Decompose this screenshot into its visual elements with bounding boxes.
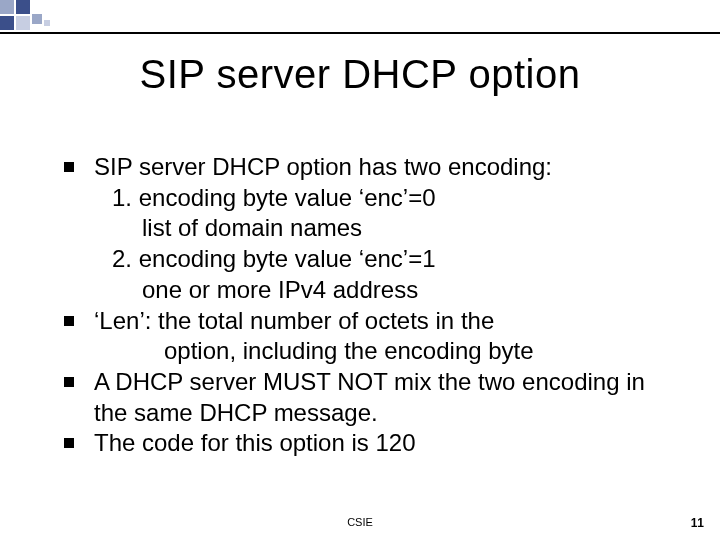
top-rule	[0, 32, 720, 34]
bullet-text: A DHCP server MUST NOT mix the two encod…	[94, 367, 664, 428]
footer-text: CSIE	[0, 516, 720, 528]
svg-rect-0	[0, 0, 14, 14]
bullet-item: A DHCP server MUST NOT mix the two encod…	[64, 367, 664, 428]
sub-line: 1. encoding byte value ‘enc’=0	[64, 183, 664, 214]
svg-rect-1	[16, 0, 30, 14]
bullet-item: The code for this option is 120	[64, 428, 664, 459]
svg-rect-4	[32, 14, 42, 24]
svg-rect-2	[0, 16, 14, 30]
bullet-text: ‘Len’: the total number of octets in the	[94, 306, 664, 337]
square-bullet-icon	[64, 306, 94, 326]
slide-title: SIP server DHCP option	[0, 52, 720, 97]
bullet-item: SIP server DHCP option has two encoding:	[64, 152, 664, 183]
sub-line: option, including the encoding byte	[64, 336, 664, 367]
svg-rect-3	[16, 16, 30, 30]
sub-text: 2. encoding byte value ‘enc’=1	[94, 244, 664, 275]
sub-text: list of domain names	[94, 213, 664, 244]
square-bullet-icon	[64, 367, 94, 387]
sub-text: 1. encoding byte value ‘enc’=0	[94, 183, 664, 214]
square-bullet-icon	[64, 428, 94, 448]
svg-rect-5	[44, 20, 50, 26]
sub-line: list of domain names	[64, 213, 664, 244]
square-bullet-icon	[64, 152, 94, 172]
bullet-text: The code for this option is 120	[94, 428, 664, 459]
slide-body: SIP server DHCP option has two encoding:…	[64, 152, 664, 459]
bullet-text: SIP server DHCP option has two encoding:	[94, 152, 664, 183]
page-number: 11	[691, 516, 704, 530]
corner-decoration	[0, 0, 56, 32]
sub-text: one or more IPv4 address	[94, 275, 664, 306]
bullet-item: ‘Len’: the total number of octets in the	[64, 306, 664, 337]
slide: SIP server DHCP option SIP server DHCP o…	[0, 0, 720, 540]
sub-line: one or more IPv4 address	[64, 275, 664, 306]
sub-text: option, including the encoding byte	[94, 336, 664, 367]
sub-line: 2. encoding byte value ‘enc’=1	[64, 244, 664, 275]
